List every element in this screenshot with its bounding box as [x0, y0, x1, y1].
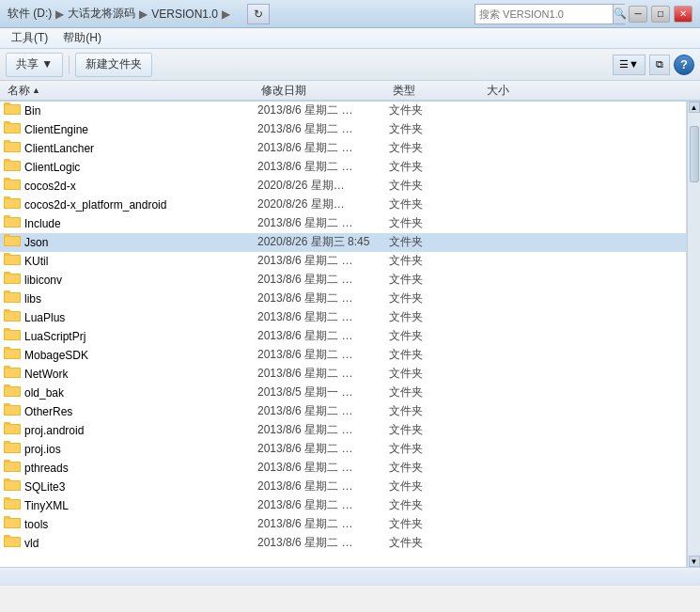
- table-row[interactable]: Json2020/8/26 星期三 8:45文件夹: [0, 233, 686, 252]
- refresh-button[interactable]: ↻: [247, 4, 270, 24]
- table-row[interactable]: proj.android2013/8/6 星期二 …文件夹: [0, 421, 686, 440]
- table-row[interactable]: libs2013/8/6 星期二 …文件夹: [0, 290, 686, 308]
- file-name: vld: [24, 537, 257, 550]
- file-name: pthreads: [24, 462, 257, 475]
- search-icon-button[interactable]: 🔍: [613, 5, 627, 24]
- table-row[interactable]: libiconv2013/8/6 星期二 …文件夹: [0, 271, 686, 290]
- share-label: 共享 ▼: [16, 56, 53, 72]
- folder-icon: [4, 421, 21, 440]
- file-name: OtherRes: [24, 405, 257, 418]
- table-row[interactable]: OtherRes2013/8/6 星期二 …文件夹: [0, 402, 686, 421]
- svg-rect-71: [5, 425, 20, 433]
- folder-svg: [4, 196, 21, 209]
- pane-button[interactable]: ⧉: [649, 55, 670, 75]
- file-date: 2013/8/6 星期二 …: [257, 347, 389, 363]
- file-type: 文件夹: [389, 178, 483, 194]
- col-header-date[interactable]: 修改日期: [257, 81, 389, 100]
- new-folder-button[interactable]: 新建文件夹: [75, 53, 152, 77]
- table-row[interactable]: LuaScriptPrj2013/8/6 星期二 …文件夹: [0, 327, 686, 346]
- svg-rect-87: [5, 500, 20, 509]
- share-button[interactable]: 共享 ▼: [6, 53, 63, 77]
- table-row[interactable]: Bin2013/8/6 星期二 …文件夹: [0, 102, 686, 120]
- scrollbar-thumb[interactable]: [690, 126, 699, 182]
- svg-rect-83: [5, 481, 20, 490]
- table-row[interactable]: cocos2d-x_platform_android2020/8/26 星期…文…: [0, 196, 686, 214]
- scroll-up-arrow[interactable]: ▲: [689, 102, 700, 113]
- file-type: 文件夹: [389, 328, 483, 344]
- file-type: 文件夹: [389, 159, 483, 175]
- svg-rect-47: [5, 312, 20, 321]
- col-header-name[interactable]: 名称 ▲: [4, 81, 257, 100]
- file-date: 2013/8/6 星期二 …: [257, 309, 389, 325]
- scroll-down-arrow[interactable]: ▼: [689, 556, 700, 567]
- file-type: 文件夹: [389, 253, 483, 269]
- col-header-type[interactable]: 类型: [389, 81, 483, 100]
- maximize-button[interactable]: □: [651, 6, 670, 23]
- table-row[interactable]: TinyXML2013/8/6 星期二 …文件夹: [0, 496, 686, 515]
- table-row[interactable]: old_bak2013/8/5 星期一 …文件夹: [0, 384, 686, 402]
- file-date: 2013/8/6 星期二 …: [257, 422, 389, 438]
- svg-rect-39: [5, 275, 20, 283]
- table-row[interactable]: proj.ios2013/8/6 星期二 …文件夹: [0, 440, 686, 459]
- file-date: 2013/8/6 星期二 …: [257, 215, 389, 231]
- file-date: 2013/8/6 星期二 …: [257, 121, 389, 137]
- vertical-scrollbar[interactable]: ▲ ▼: [687, 102, 700, 567]
- file-date: 2013/8/6 星期二 …: [257, 366, 389, 382]
- folder-svg: [4, 365, 21, 378]
- table-row[interactable]: ClientLancher2013/8/6 星期二 …文件夹: [0, 139, 686, 158]
- folder-icon: [4, 459, 21, 478]
- table-row[interactable]: NetWork2013/8/6 星期二 …文件夹: [0, 365, 686, 384]
- file-date: 2013/8/6 星期二 …: [257, 159, 389, 175]
- table-row[interactable]: ClientLogic2013/8/6 星期二 …文件夹: [0, 158, 686, 177]
- close-button[interactable]: ✕: [674, 6, 692, 23]
- file-name: ClientLogic: [24, 161, 257, 174]
- column-headers: 名称 ▲ 修改日期 类型 大小: [0, 81, 700, 102]
- folder-svg: [4, 421, 21, 434]
- folder-icon: [4, 102, 21, 120]
- table-row[interactable]: pthreads2013/8/6 星期二 …文件夹: [0, 459, 686, 478]
- file-type: 文件夹: [389, 460, 483, 476]
- folder-svg: [4, 102, 21, 115]
- table-row[interactable]: cocos2d-x2020/8/26 星期…文件夹: [0, 177, 686, 196]
- folder-icon: [4, 440, 21, 459]
- col-header-size[interactable]: 大小: [483, 81, 577, 100]
- table-row[interactable]: LuaPlus2013/8/6 星期二 …文件夹: [0, 308, 686, 327]
- path-sep-1: ▶: [55, 8, 64, 21]
- file-type: 文件夹: [389, 347, 483, 363]
- minimize-button[interactable]: ─: [629, 6, 647, 23]
- svg-rect-59: [5, 369, 20, 377]
- table-row[interactable]: Include2013/8/6 星期二 …文件夹: [0, 214, 686, 233]
- toolbar-separator: [69, 55, 70, 74]
- file-type: 文件夹: [389, 535, 483, 551]
- menu-tools[interactable]: 工具(T): [4, 28, 55, 48]
- path-part-3: VERSION1.0: [151, 8, 218, 21]
- content-area: Bin2013/8/6 星期二 …文件夹 ClientEngine2013/8/…: [0, 102, 700, 567]
- folder-svg: [4, 120, 21, 133]
- help-button[interactable]: ?: [674, 55, 694, 75]
- svg-rect-91: [5, 519, 20, 527]
- table-row[interactable]: SQLite32013/8/6 星期二 …文件夹: [0, 478, 686, 496]
- menu-help[interactable]: 帮助(H): [55, 28, 109, 48]
- svg-rect-55: [5, 350, 20, 358]
- file-name: proj.ios: [24, 443, 257, 456]
- table-row[interactable]: ClientEngine2013/8/6 星期二 …文件夹: [0, 120, 686, 139]
- table-row[interactable]: MobageSDK2013/8/6 星期二 …文件夹: [0, 346, 686, 365]
- folder-svg: [4, 308, 21, 322]
- file-type: 文件夹: [389, 121, 483, 137]
- folder-svg: [4, 139, 21, 152]
- svg-rect-67: [5, 406, 20, 415]
- svg-rect-31: [5, 237, 20, 245]
- view-options-button[interactable]: ☰▼: [613, 55, 646, 75]
- folder-svg: [4, 384, 21, 397]
- table-row[interactable]: KUtil2013/8/6 星期二 …文件夹: [0, 252, 686, 271]
- folder-svg: [4, 158, 21, 171]
- table-row[interactable]: tools2013/8/6 星期二 …文件夹: [0, 515, 686, 534]
- folder-icon: [4, 177, 21, 196]
- table-row[interactable]: vld2013/8/6 星期二 …文件夹: [0, 534, 686, 553]
- address-path-display: 软件 (D:) ▶ 大话龙将源码 ▶ VERSION1.0 ▶ ↻: [8, 4, 270, 24]
- file-name: LuaScriptPrj: [24, 330, 257, 343]
- folder-icon: [4, 327, 21, 346]
- search-input[interactable]: [475, 8, 613, 20]
- file-name: KUtil: [24, 255, 257, 268]
- file-name: libs: [24, 292, 257, 306]
